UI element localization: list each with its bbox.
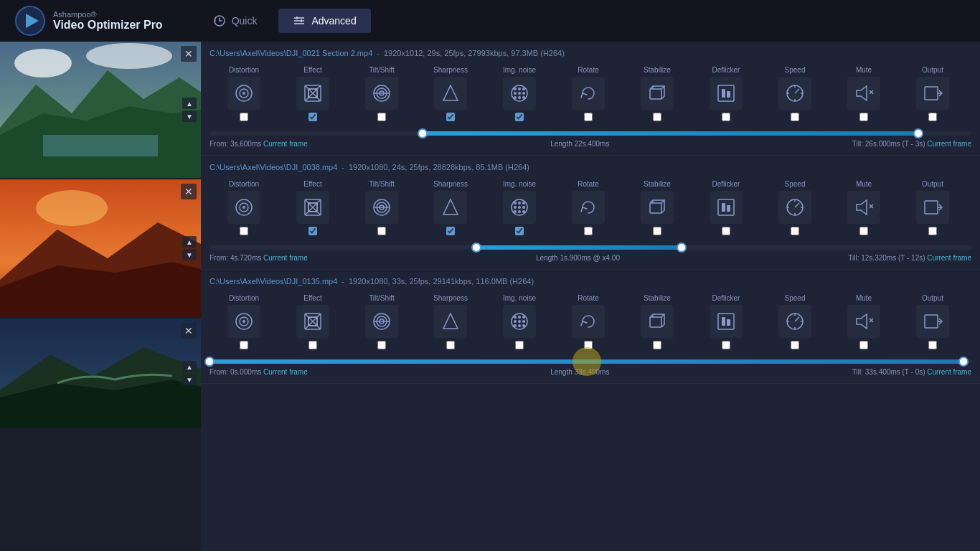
tool-icon-deflicker-3[interactable]: [710, 305, 743, 338]
tool-checkbox-output-1[interactable]: [928, 113, 937, 121]
tool-tilt-shift-2[interactable]: Tilt/Shift: [347, 177, 416, 237]
tool-stabilize-3[interactable]: Stabilize: [623, 291, 692, 351]
tool-checkbox-effect-1[interactable]: [308, 113, 317, 121]
tool-icon-mute-2[interactable]: [847, 191, 880, 224]
tool-checkbox-mute-2[interactable]: [859, 227, 868, 235]
close-video-2[interactable]: ✕: [181, 184, 197, 199]
arrow-down-3[interactable]: ▼: [182, 374, 197, 385]
tool-checkbox-sharpness-2[interactable]: [446, 227, 455, 235]
arrow-up-2[interactable]: ▲: [182, 236, 197, 248]
tool-icon-imgnoise-1[interactable]: [503, 77, 536, 110]
timeline-handle-right-2[interactable]: [677, 242, 687, 253]
tool-icon-distortion-2[interactable]: [227, 191, 260, 224]
tool-effect-2[interactable]: Effect: [278, 177, 347, 237]
tool-checkbox-sharpness-3[interactable]: [446, 341, 455, 349]
tool-icon-sharpness-2[interactable]: [434, 191, 467, 224]
tool-icon-tiltshift-1[interactable]: [365, 77, 398, 110]
timeline-handle-left-1[interactable]: [418, 128, 428, 138]
tool-icon-speed-1[interactable]: [778, 77, 811, 110]
tool-checkbox-speed-1[interactable]: [791, 113, 799, 121]
tool-checkbox-output-3[interactable]: [928, 341, 937, 349]
tool-tilt-shift-3[interactable]: Tilt/Shift: [347, 291, 416, 351]
tool-rotate-2[interactable]: Rotate: [554, 177, 623, 237]
tool-checkbox-tiltshift-2[interactable]: [377, 227, 386, 235]
tool-icon-speed-3[interactable]: [778, 305, 811, 338]
tool-speed-2[interactable]: Speed: [760, 177, 829, 237]
tool-checkbox-deflicker-1[interactable]: [722, 113, 730, 121]
file-link-1[interactable]: C:\Users\Axel\Videos\DJI_0021 Section 2.…: [209, 49, 372, 57]
arrow-down-1[interactable]: ▼: [182, 110, 197, 122]
tool-deflicker-3[interactable]: Deflicker: [692, 291, 760, 351]
arrow-up-1[interactable]: ▲: [182, 98, 197, 109]
timeline-bar-3[interactable]: [209, 359, 971, 364]
tool-checkbox-stabilize-2[interactable]: [653, 227, 661, 235]
tool-effect-3[interactable]: Effect: [278, 291, 347, 351]
tool-icon-distortion-1[interactable]: [227, 77, 260, 110]
tool-icon-speed-2[interactable]: [778, 191, 811, 224]
file-link-3[interactable]: C:\Users\Axel\Videos\DJI_0135.mp4: [209, 277, 337, 286]
tool-checkbox-sharpness-1[interactable]: [446, 113, 455, 121]
till-link-3[interactable]: Current frame: [927, 368, 971, 376]
tool-distortion-2[interactable]: Distortion: [209, 177, 278, 237]
tool-checkbox-imgnoise-2[interactable]: [515, 227, 524, 235]
tool-icon-deflicker-2[interactable]: [710, 191, 743, 224]
tool-speed-1[interactable]: Speed: [760, 63, 829, 123]
tool-checkbox-imgnoise-1[interactable]: [515, 113, 524, 121]
tool-checkbox-speed-2[interactable]: [791, 227, 799, 235]
tool-checkbox-stabilize-3[interactable]: [653, 341, 661, 349]
from-link-3[interactable]: Current frame: [263, 368, 308, 376]
tool-icon-output-1[interactable]: [916, 77, 949, 110]
tool-rotate-1[interactable]: Rotate: [554, 63, 623, 123]
tool-stabilize-2[interactable]: Stabilize: [623, 177, 692, 237]
close-video-3[interactable]: ✕: [181, 323, 197, 339]
tool-stabilize-1[interactable]: Stabilize: [623, 63, 692, 123]
tool-icon-effect-3[interactable]: [296, 305, 329, 338]
tool-icon-rotate-2[interactable]: [572, 191, 605, 224]
till-link-2[interactable]: Current frame: [927, 254, 971, 262]
tool-checkbox-distortion-3[interactable]: [240, 341, 248, 349]
tool-icon-tiltshift-3[interactable]: [365, 305, 398, 338]
tool-mute-1[interactable]: Mute: [829, 63, 898, 123]
tool-checkbox-imgnoise-3[interactable]: [515, 341, 524, 349]
tab-quick[interactable]: Quick: [199, 9, 272, 33]
tool-icon-sharpness-1[interactable]: [434, 77, 467, 110]
timeline-handle-left-3[interactable]: [204, 357, 215, 367]
tool-effect-1[interactable]: Effect: [278, 63, 347, 123]
tool-checkbox-mute-3[interactable]: [859, 341, 868, 349]
tool-checkbox-distortion-1[interactable]: [240, 113, 248, 121]
tool-mute-2[interactable]: Mute: [829, 177, 898, 237]
tool-sharpness-3[interactable]: Sharpness: [416, 291, 485, 351]
timeline-handle-right-3[interactable]: [958, 357, 969, 367]
tool-checkbox-rotate-1[interactable]: [584, 113, 593, 121]
tool-checkbox-deflicker-3[interactable]: [722, 341, 730, 349]
tool-sharpness-2[interactable]: Sharpness: [416, 177, 485, 237]
tool-icon-stabilize-2[interactable]: [641, 191, 674, 224]
tool-icon-rotate-3[interactable]: [572, 305, 605, 338]
tool-icon-tiltshift-2[interactable]: [365, 191, 398, 224]
tool-checkbox-distortion-2[interactable]: [240, 227, 248, 235]
tool-mute-3[interactable]: Mute: [829, 291, 898, 351]
file-link-2[interactable]: C:\Users\Axel\Videos\DJI_0038.mp4: [209, 163, 337, 171]
tool-checkbox-output-2[interactable]: [928, 227, 937, 235]
tab-advanced[interactable]: Advanced: [278, 9, 370, 33]
arrow-down-2[interactable]: ▼: [182, 249, 197, 260]
timeline-handle-left-2[interactable]: [471, 242, 481, 253]
timeline-bar-2[interactable]: [209, 245, 971, 250]
tool-tilt-shift-1[interactable]: Tilt/Shift: [347, 63, 416, 123]
tool-distortion-1[interactable]: Distortion: [209, 63, 278, 123]
tool-checkbox-effect-2[interactable]: [308, 227, 317, 235]
tool-distortion-3[interactable]: Distortion: [209, 291, 278, 351]
tool-checkbox-effect-3[interactable]: [308, 341, 317, 349]
tool-speed-3[interactable]: Speed: [760, 291, 829, 351]
tool-img--noise-1[interactable]: Img. noise: [485, 63, 554, 123]
from-link-2[interactable]: Current frame: [263, 254, 308, 262]
tool-checkbox-rotate-2[interactable]: [584, 227, 593, 235]
tool-icon-deflicker-1[interactable]: [710, 77, 743, 110]
tool-checkbox-deflicker-2[interactable]: [722, 227, 730, 235]
tool-rotate-3[interactable]: Rotate: [554, 291, 623, 351]
tool-icon-stabilize-1[interactable]: [641, 77, 674, 110]
close-video-1[interactable]: ✕: [181, 46, 197, 62]
tool-checkbox-speed-3[interactable]: [791, 341, 799, 349]
tool-icon-effect-1[interactable]: [296, 77, 329, 110]
till-link-1[interactable]: Current frame: [927, 140, 971, 148]
